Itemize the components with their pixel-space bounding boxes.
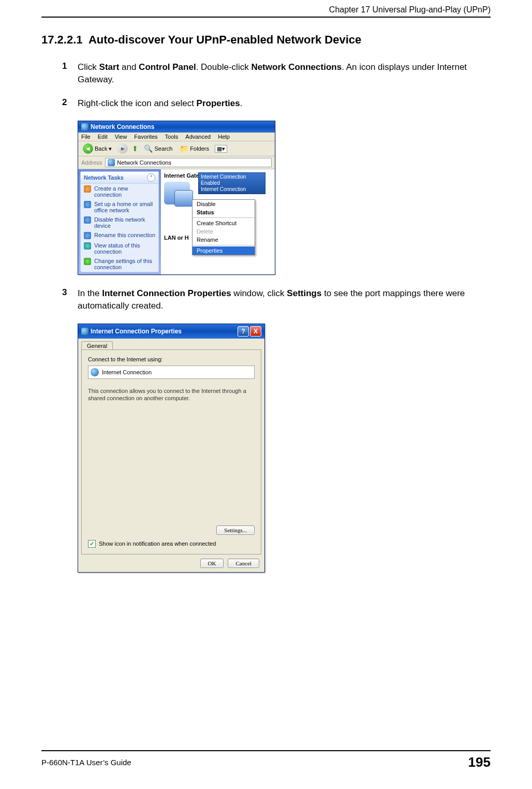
nc-title: Network Connections [91, 123, 154, 130]
pr-title: Internet Connection Properties [91, 328, 182, 335]
nc-icon [81, 123, 88, 130]
pr-titlebar[interactable]: Internet Connection Properties ? X [78, 324, 264, 339]
search-button[interactable]: 🔍Search [142, 144, 174, 153]
task-label: Disable this network device [94, 216, 155, 229]
t: Settings [287, 288, 321, 298]
menu-edit[interactable]: Edit [98, 134, 108, 140]
network-tasks-head[interactable]: Network Tasks ˄ [81, 172, 158, 184]
tooltip-line: Internet Connection [201, 174, 263, 180]
ctx-sep [193, 245, 255, 245]
t: Control Panel [139, 62, 196, 72]
address-value: Network Connections [117, 159, 171, 166]
page-footer: P-660N-T1A User’s Guide 195 [41, 746, 491, 770]
t: Network Connections [251, 62, 342, 72]
help-button[interactable]: ? [238, 326, 249, 337]
up-button[interactable]: ⬆ [132, 144, 138, 153]
rule-top [41, 17, 491, 18]
t: Internet Connection Properties [102, 288, 231, 298]
menu-help[interactable]: Help [218, 134, 230, 140]
settings-button[interactable]: Settings... [216, 525, 255, 535]
task-icon [84, 258, 91, 265]
ctx-disable[interactable]: Disable [193, 200, 255, 208]
cancel-button[interactable]: Cancel [228, 559, 259, 568]
nc-titlebar[interactable]: Network Connections [78, 121, 275, 133]
t: Click [78, 62, 99, 72]
folders-label: Folders [190, 145, 209, 152]
show-icon-label: Show icon in notification area when conn… [99, 540, 216, 547]
ctx-properties[interactable]: Properties [193, 246, 255, 255]
address-input[interactable]: Network Connections [105, 158, 272, 167]
task-change-settings[interactable]: Change settings of this connection [81, 256, 158, 272]
forward-button[interactable]: ► [117, 143, 128, 154]
section-number: 17.2.2.1 [41, 33, 83, 46]
spacer [88, 404, 255, 525]
step-2-num: 2 [62, 97, 78, 110]
step-1-num: 1 [62, 61, 78, 86]
ctx-rename[interactable]: Rename [193, 236, 255, 244]
step-3-text: In the Internet Connection Properties wi… [78, 287, 491, 312]
collapse-icon: ˄ [147, 173, 155, 182]
task-label: Rename this connection [94, 232, 155, 238]
task-disable-device[interactable]: Disable this network device [81, 215, 158, 230]
back-label: Back [95, 145, 107, 152]
t: In the [78, 288, 102, 298]
close-button[interactable]: X [250, 326, 261, 337]
t: Right-click the icon and select [78, 98, 197, 108]
step-2-text: Right-click the icon and select Properti… [78, 97, 242, 110]
t: . [240, 98, 243, 108]
section-name: Auto-discover Your UPnP-enabled Network … [88, 33, 361, 46]
task-icon [84, 232, 91, 239]
back-button[interactable]: ◄Back ▾ [81, 143, 113, 154]
t: Properties [197, 98, 240, 108]
tooltip-line: Enabled [201, 180, 263, 186]
globe-icon [91, 368, 99, 376]
back-icon: ◄ [83, 143, 93, 154]
menu-file[interactable]: File [81, 134, 91, 140]
search-label: Search [154, 145, 172, 152]
task-view-status[interactable]: View status of this connection [81, 241, 158, 256]
pr-tabs: General [81, 341, 261, 349]
task-setup-network[interactable]: Set up a home or small office network [81, 199, 158, 215]
nc-sidebar: Network Tasks ˄ Create a new connection … [78, 169, 161, 274]
t: window, click [231, 288, 287, 298]
task-icon [84, 216, 91, 224]
pr-panel: Connect to the Internet using: Internet … [81, 349, 261, 554]
show-icon-row[interactable]: ✓ Show icon in notification area when co… [88, 540, 255, 548]
internet-connection-icon[interactable] [164, 182, 190, 204]
t: Start [99, 62, 120, 72]
nc-toolbar: ◄Back ▾ ► ⬆ 🔍Search 📁Folders ▦▾ [78, 141, 275, 156]
pr-buttons: OK Cancel [81, 554, 261, 569]
menu-advanced[interactable]: Advanced [185, 134, 211, 140]
views-button[interactable]: ▦▾ [215, 145, 227, 153]
address-label: Address [81, 159, 102, 166]
ctx-sep [193, 217, 255, 218]
folders-button[interactable]: 📁Folders [178, 144, 211, 153]
menu-favorites[interactable]: Favorites [134, 134, 157, 140]
tab-general[interactable]: General [81, 341, 113, 350]
task-label: View status of this connection [94, 242, 155, 255]
t: . Double-click [196, 62, 252, 72]
network-tasks-label: Network Tasks [84, 174, 124, 181]
show-icon-checkbox[interactable]: ✓ [88, 540, 96, 548]
step-1: 1 Click Start and Control Panel. Double-… [62, 61, 491, 86]
ok-button[interactable]: OK [200, 559, 224, 568]
page-number: 195 [468, 754, 491, 770]
ctx-create-shortcut[interactable]: Create Shortcut [193, 219, 255, 227]
pr-title-icon [81, 328, 88, 335]
menu-view[interactable]: View [115, 134, 127, 140]
step-3: 3 In the Internet Connection Properties … [62, 287, 491, 312]
task-create-connection[interactable]: Create a new connection [81, 184, 158, 199]
task-rename-connection[interactable]: Rename this connection [81, 230, 158, 241]
context-menu: Disable Status Create Shortcut Delete Re… [192, 199, 255, 255]
search-icon: 🔍 [144, 144, 153, 153]
step-3-num: 3 [62, 287, 78, 312]
connection-desc: This connection allows you to connect to… [88, 387, 255, 402]
menu-tools[interactable]: Tools [165, 134, 179, 140]
nc-menubar: File Edit View Favorites Tools Advanced … [78, 133, 275, 141]
network-tasks-panel: Network Tasks ˄ Create a new connection … [80, 171, 159, 272]
ctx-status[interactable]: Status [193, 208, 255, 216]
nc-addressbar: Address Network Connections [78, 156, 275, 169]
connection-tooltip: Internet Connection Enabled Internet Con… [198, 172, 265, 194]
pr-body: General Connect to the Internet using: I… [78, 339, 264, 572]
connection-box[interactable]: Internet Connection [88, 366, 255, 379]
